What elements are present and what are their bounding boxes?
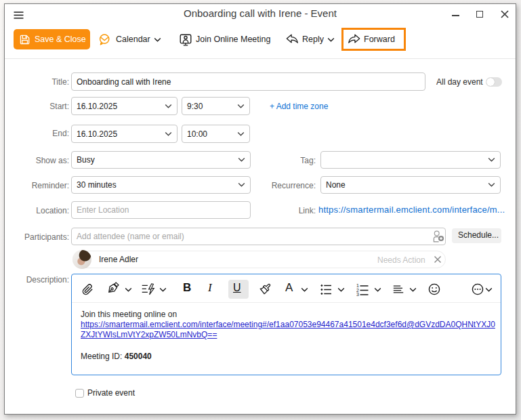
svg-text:3: 3 <box>356 292 359 296</box>
